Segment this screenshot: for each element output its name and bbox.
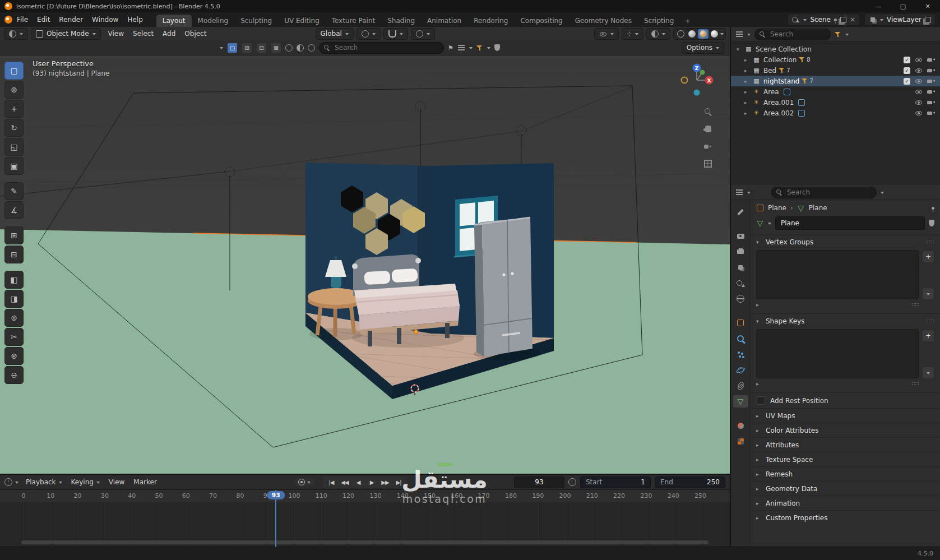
viewport-canvas[interactable] — [0, 55, 730, 474]
navigation-gizmo[interactable]: Z X — [676, 59, 717, 101]
tool-inset[interactable]: ◧ — [4, 271, 24, 289]
select-mode-intersect-button[interactable]: ⊠ — [271, 43, 281, 53]
breadcrumb-object[interactable]: Plane — [768, 204, 786, 212]
menu-file[interactable]: File — [12, 14, 33, 25]
list-icon[interactable] — [458, 47, 465, 48]
timeline-menu-view[interactable]: View — [104, 476, 129, 488]
viewport-menu-view[interactable]: View — [104, 28, 128, 39]
properties-tab-material[interactable] — [733, 419, 748, 432]
disable-in-renders-icon[interactable] — [927, 99, 936, 107]
maximize-button[interactable]: ▢ — [891, 0, 915, 12]
stopwatch-icon[interactable] — [568, 478, 576, 486]
overlays-toggle[interactable] — [646, 28, 670, 40]
select-mode-subtract-button[interactable]: ⊟ — [256, 43, 267, 53]
hide-in-viewport-icon[interactable] — [915, 99, 923, 107]
transport-prev-keyframe-button[interactable]: ◀◀ — [339, 477, 351, 487]
copy-icon[interactable] — [925, 17, 931, 23]
tool-loop-cut[interactable]: ⊚ — [4, 309, 24, 327]
shape-key-specials-button[interactable] — [922, 367, 934, 379]
disable-in-renders-icon[interactable] — [927, 56, 936, 64]
tool-transform[interactable]: ▣ — [4, 157, 24, 175]
section-header-color-attributes[interactable]: ▸Color Attributes — [751, 423, 940, 437]
filter-icon[interactable] — [835, 31, 841, 38]
timeline-track[interactable] — [0, 502, 730, 547]
outliner-row-nightstand[interactable]: ▸▦nightstand7✓ — [731, 76, 940, 86]
outliner-row-scene-collection[interactable]: ▾ ▦ Scene Collection — [731, 44, 940, 54]
mode-selector[interactable]: Object Mode — [31, 28, 101, 40]
section-header-animation[interactable]: ▸Animation — [751, 496, 940, 510]
hide-in-viewport-icon[interactable] — [915, 88, 923, 96]
toggle-icon-1[interactable] — [285, 44, 293, 52]
workspace-tab-rendering[interactable]: Rendering — [467, 15, 514, 27]
shading-material-button[interactable] — [698, 29, 709, 39]
menu-edit[interactable]: Edit — [33, 14, 54, 25]
timeline-menu-playback[interactable]: Playback — [21, 476, 67, 488]
toggle-icon-2[interactable] — [297, 44, 304, 52]
disclosure-icon[interactable]: ▸ — [744, 78, 750, 84]
chevron-down-icon[interactable] — [220, 47, 223, 51]
list-expand-icon[interactable]: ▸ — [756, 381, 759, 387]
properties-tab-constraints[interactable] — [733, 379, 748, 392]
workspace-tab-uv-editing[interactable]: UV Editing — [278, 15, 326, 27]
outliner-row-area[interactable]: ▸☀Area — [731, 86, 940, 97]
section-header-uv-maps[interactable]: ▸UV Maps — [751, 409, 940, 423]
ortho-toggle-button[interactable] — [703, 159, 713, 169]
shading-rendered-button[interactable] — [709, 29, 720, 39]
hide-in-viewport-icon[interactable] — [915, 56, 923, 64]
properties-tab-world[interactable] — [733, 293, 748, 305]
transport-jump-to-end-button[interactable]: ▶| — [392, 477, 405, 487]
copy-icon[interactable] — [840, 17, 846, 23]
outliner-search-input[interactable] — [769, 30, 826, 39]
gizmos-toggle[interactable]: ⊹ — [622, 28, 643, 40]
disable-in-renders-icon[interactable] — [927, 77, 936, 85]
shading-wireframe-button[interactable] — [675, 29, 686, 39]
workspace-tab-scripting[interactable]: Scripting — [638, 15, 680, 27]
properties-search-input[interactable] — [786, 188, 872, 197]
unlink-icon[interactable]: × — [850, 16, 855, 24]
outliner-search[interactable] — [754, 29, 831, 40]
workspace-tab-layout[interactable]: Layout — [156, 15, 192, 27]
filter-icon[interactable] — [476, 45, 483, 51]
properties-tab-output[interactable] — [733, 246, 748, 258]
tool-spin[interactable]: ⊖ — [4, 366, 24, 384]
playhead[interactable]: 93 — [275, 490, 276, 547]
properties-tab-tool[interactable] — [733, 206, 748, 218]
pin-icon[interactable] — [834, 18, 837, 21]
disclosure-icon[interactable]: ▾ — [737, 47, 742, 52]
tool-add-cube[interactable]: ⊞ — [4, 226, 24, 244]
tool-annotate[interactable]: ✎ — [4, 182, 24, 200]
tool-knife[interactable]: ✂ — [4, 328, 24, 346]
section-header-remesh[interactable]: ▸Remesh — [751, 467, 940, 481]
section-header-geometry-data[interactable]: ▸Geometry Data — [751, 482, 940, 496]
tool-extrude[interactable]: ⊟ — [4, 246, 24, 263]
blender-menu-icon[interactable] — [4, 16, 12, 24]
frame-end-field[interactable]: End 250 — [655, 476, 725, 488]
exclude-checkbox[interactable]: ✓ — [904, 67, 910, 74]
properties-search[interactable] — [771, 187, 877, 198]
current-frame-field[interactable]: 93 — [514, 476, 564, 488]
workspace-tab-geometry-nodes[interactable]: Geometry Nodes — [569, 15, 638, 27]
list-expand-icon[interactable]: ▸ — [756, 302, 759, 308]
transport-play-button[interactable]: ▶ — [365, 477, 378, 487]
workspace-tab-animation[interactable]: Animation — [421, 15, 467, 27]
properties-tab-render[interactable] — [733, 230, 748, 242]
properties-tab-texture[interactable] — [733, 435, 748, 447]
outliner-row-area-001[interactable]: ▸☀Area.001 — [731, 97, 940, 108]
menu-render[interactable]: Render — [54, 14, 87, 25]
select-mode-new-button[interactable]: ▢ — [227, 43, 238, 53]
frame-start-field[interactable]: Start 1 — [580, 476, 651, 488]
tool-select-box[interactable]: ▢ — [4, 62, 24, 80]
vertex-groups-list[interactable] — [756, 250, 919, 299]
hide-in-viewport-icon[interactable] — [915, 77, 923, 85]
transport-next-keyframe-button[interactable]: ▶▶ — [379, 477, 391, 487]
scene-selector[interactable]: Scene × — [788, 13, 860, 26]
properties-tab-object[interactable] — [733, 317, 748, 329]
search-input[interactable] — [334, 43, 439, 52]
workspace-tab-sculpting[interactable]: Sculpting — [234, 15, 278, 27]
disclosure-icon[interactable]: ▸ — [744, 110, 750, 116]
pivot-point-selector[interactable] — [356, 28, 381, 40]
section-header[interactable]: ▾ Vertex Groups ∷∷ — [751, 235, 940, 249]
add-vertex-group-button[interactable]: + — [922, 251, 934, 263]
rest-position-checkbox[interactable] — [757, 396, 765, 405]
pin-icon[interactable] — [932, 207, 934, 210]
